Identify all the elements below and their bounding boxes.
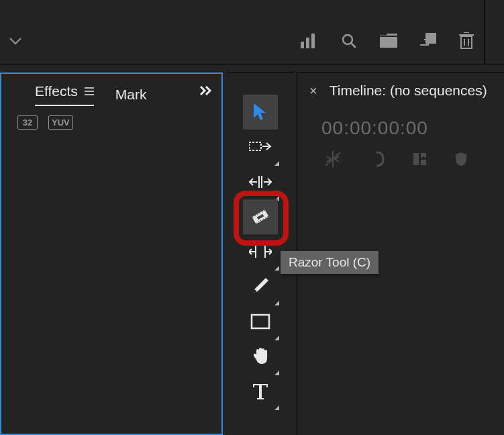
search-icon[interactable] xyxy=(341,33,357,49)
effects-panel: Effects Mark 32 YUV xyxy=(0,72,223,435)
close-icon[interactable]: × xyxy=(309,83,317,99)
linked-selection-icon[interactable] xyxy=(368,151,385,167)
svg-rect-2 xyxy=(311,34,315,48)
svg-rect-12 xyxy=(249,142,261,150)
marker-icon[interactable] xyxy=(411,151,427,167)
timeline-title: Timeline: (no sequences) xyxy=(330,83,487,99)
new-item-icon[interactable] xyxy=(420,33,436,49)
svg-line-4 xyxy=(351,43,356,48)
right-panel-stub xyxy=(484,0,504,64)
svg-point-21 xyxy=(254,290,256,293)
trash-icon[interactable] xyxy=(459,32,474,50)
tooltip: Razor Tool (C) xyxy=(281,251,379,274)
shield-icon[interactable] xyxy=(454,151,468,167)
overflow-icon[interactable] xyxy=(200,86,213,95)
badge-yuv[interactable]: YUV xyxy=(48,115,73,130)
svg-rect-5 xyxy=(380,37,397,48)
snap-icon[interactable] xyxy=(324,151,342,167)
panel-menu-icon[interactable] xyxy=(85,87,94,95)
ripple-edit-tool[interactable] xyxy=(243,164,278,199)
rectangle-tool[interactable] xyxy=(243,304,278,339)
svg-rect-6 xyxy=(425,33,436,44)
slip-tool[interactable] xyxy=(243,234,278,269)
svg-rect-22 xyxy=(252,315,269,328)
tab-markers[interactable]: Mark xyxy=(115,87,147,103)
flyout-indicator xyxy=(274,405,279,410)
svg-point-3 xyxy=(343,35,352,44)
svg-rect-0 xyxy=(301,42,304,48)
hand-tool[interactable] xyxy=(243,339,278,374)
folder-icon[interactable] xyxy=(380,34,397,48)
top-toolbar xyxy=(0,0,504,64)
dropdown-arrow-icon[interactable] xyxy=(9,37,21,45)
svg-rect-25 xyxy=(413,153,419,165)
bars-icon[interactable] xyxy=(301,34,318,48)
svg-rect-7 xyxy=(461,36,472,48)
svg-rect-26 xyxy=(421,160,426,165)
tab-effects-label: Effects xyxy=(35,83,78,99)
tab-markers-label: Mark xyxy=(115,87,147,103)
tab-effects[interactable]: Effects xyxy=(35,83,94,106)
selection-tool[interactable] xyxy=(243,95,278,130)
timecode[interactable]: 00:00:00:00 xyxy=(297,108,504,139)
tooltip-text: Razor Tool (C) xyxy=(289,255,370,269)
svg-rect-1 xyxy=(306,38,309,48)
razor-tool[interactable] xyxy=(243,199,278,234)
pen-tool[interactable] xyxy=(243,269,278,304)
type-tool[interactable] xyxy=(243,374,278,409)
track-select-tool[interactable] xyxy=(243,130,278,164)
badge-32bit[interactable]: 32 xyxy=(17,115,38,130)
